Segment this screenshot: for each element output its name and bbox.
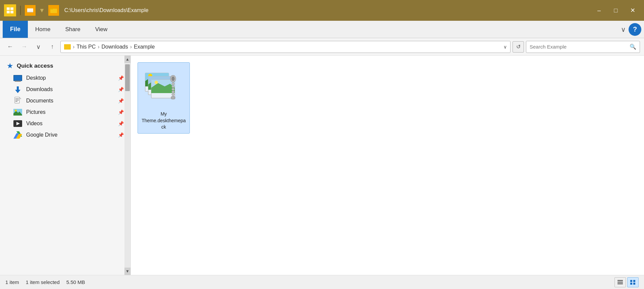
- help-button[interactable]: ?: [629, 23, 641, 36]
- svg-point-36: [171, 76, 175, 81]
- google-drive-icon: [13, 132, 22, 138]
- sidebar-pictures-label: Pictures: [26, 109, 46, 115]
- downloads-pin-icon: 📌: [118, 87, 124, 92]
- sidebar-google-drive-label: Google Drive: [26, 132, 57, 138]
- sidebar-downloads-label: Downloads: [26, 86, 53, 92]
- minimize-button[interactable]: –: [592, 4, 606, 16]
- sidebar-item-documents[interactable]: Documents 📌: [0, 95, 130, 106]
- svg-rect-2: [7, 11, 10, 13]
- sidebar: ★ Quick access Desktop 📌 Dow: [0, 56, 131, 275]
- address-sep2: ›: [98, 44, 99, 50]
- svg-rect-47: [633, 280, 635, 282]
- svg-rect-42: [171, 96, 175, 99]
- close-button[interactable]: ✕: [625, 4, 640, 16]
- svg-rect-8: [17, 86, 19, 90]
- details-view-button[interactable]: [614, 277, 626, 287]
- svg-rect-11: [15, 98, 19, 99]
- address-sep3: ›: [130, 44, 132, 50]
- sidebar-item-downloads[interactable]: Downloads 📌: [0, 84, 130, 95]
- svg-rect-38: [172, 86, 174, 87]
- scrollbar-down-arrow[interactable]: ▼: [124, 268, 130, 275]
- refresh-button[interactable]: ↺: [513, 41, 524, 53]
- sidebar-item-desktop[interactable]: Desktop 📌: [0, 72, 130, 84]
- scrollbar-up-arrow[interactable]: ▲: [124, 56, 130, 63]
- quick-access-icon: ★: [7, 62, 13, 70]
- svg-rect-46: [630, 280, 632, 282]
- svg-rect-37: [172, 83, 174, 85]
- videos-icon: [13, 120, 22, 127]
- file-area: My Theme.deskthemepack: [131, 56, 644, 275]
- address-example[interactable]: Example: [134, 44, 155, 50]
- desktop-icon: [13, 75, 22, 81]
- large-icons-view-button[interactable]: [627, 277, 639, 287]
- search-input[interactable]: [530, 44, 627, 50]
- title-bar-separator: [20, 6, 21, 15]
- menu-home-button[interactable]: Home: [28, 21, 58, 38]
- file-icon-mytheme: [142, 65, 185, 109]
- svg-rect-43: [618, 280, 623, 281]
- search-button[interactable]: 🔍: [630, 44, 636, 50]
- pictures-icon: [13, 109, 22, 116]
- svg-rect-49: [633, 283, 635, 285]
- recent-locations-button[interactable]: ∨: [32, 41, 44, 53]
- sidebar-item-google-drive[interactable]: Google Drive 📌: [0, 129, 130, 141]
- svg-rect-12: [15, 100, 19, 100]
- address-folder-icon: [64, 44, 71, 50]
- sidebar-scrollbar[interactable]: ▲ ▼: [124, 56, 130, 275]
- file-size: 5.50 MB: [66, 279, 85, 285]
- title-bar-path: C:\Users\chris\Downloads\Example: [62, 7, 589, 13]
- title-bar-icon1: [4, 4, 16, 16]
- svg-rect-44: [618, 282, 623, 283]
- svg-rect-0: [7, 7, 10, 10]
- menu-collapse-icon[interactable]: ∨: [621, 25, 626, 33]
- title-bar-folder-icon: [48, 5, 59, 16]
- svg-rect-5: [27, 12, 33, 12]
- svg-rect-1: [10, 7, 13, 10]
- search-box[interactable]: 🔍: [526, 41, 640, 53]
- menu-file-button[interactable]: File: [3, 21, 28, 38]
- videos-pin-icon: 📌: [118, 121, 124, 126]
- title-bar: ▼ C:\Users\chris\Downloads\Example – □ ✕: [0, 0, 644, 21]
- status-bar: 1 item 1 item selected 5.50 MB: [0, 275, 644, 289]
- nav-bar: ← → ∨ ↑ › This PC › Downloads › Example …: [0, 38, 644, 56]
- item-count: 1 item: [5, 279, 19, 285]
- scrollbar-thumb[interactable]: [125, 64, 130, 91]
- address-sep1: ›: [73, 44, 74, 50]
- menu-share-button[interactable]: Share: [58, 21, 88, 38]
- selected-info: 1 item selected: [26, 279, 60, 285]
- documents-icon: [13, 97, 22, 104]
- svg-marker-14: [19, 97, 21, 99]
- file-item-mytheme[interactable]: My Theme.deskthemepack: [138, 62, 190, 134]
- sidebar-item-videos[interactable]: Videos 📌: [0, 118, 130, 129]
- address-bar[interactable]: › This PC › Downloads › Example ∨: [60, 41, 511, 53]
- svg-rect-41: [172, 94, 174, 95]
- documents-pin-icon: 📌: [118, 98, 124, 103]
- up-button[interactable]: ↑: [46, 41, 58, 53]
- desktop-pin-icon: 📌: [118, 75, 124, 81]
- pictures-pin-icon: 📌: [118, 110, 124, 115]
- address-this-pc[interactable]: This PC: [76, 44, 96, 50]
- back-button[interactable]: ←: [4, 41, 16, 53]
- menu-bar: File Home Share View ∨ ?: [0, 21, 644, 38]
- svg-rect-45: [618, 283, 623, 284]
- title-bar-taskbar-icon: [25, 5, 36, 16]
- sidebar-videos-label: Videos: [26, 121, 43, 127]
- address-downloads[interactable]: Downloads: [102, 44, 128, 50]
- svg-rect-39: [172, 88, 174, 90]
- svg-rect-13: [15, 101, 17, 102]
- view-controls: [614, 277, 639, 287]
- main-area: ★ Quick access Desktop 📌 Dow: [0, 56, 644, 275]
- svg-rect-40: [172, 91, 174, 93]
- menu-view-button[interactable]: View: [88, 21, 115, 38]
- google-drive-pin-icon: 📌: [118, 132, 124, 138]
- svg-rect-48: [630, 283, 632, 285]
- quick-access-header[interactable]: ★ Quick access: [0, 60, 130, 72]
- maximize-button[interactable]: □: [608, 4, 623, 16]
- sidebar-desktop-label: Desktop: [26, 75, 46, 81]
- address-expand-icon[interactable]: ∨: [503, 44, 507, 50]
- forward-button[interactable]: →: [18, 41, 30, 53]
- title-bar-dropdown-arrow[interactable]: ▼: [39, 7, 45, 14]
- downloads-icon: [13, 86, 22, 93]
- svg-rect-3: [10, 11, 13, 13]
- sidebar-item-pictures[interactable]: Pictures 📌: [0, 106, 130, 118]
